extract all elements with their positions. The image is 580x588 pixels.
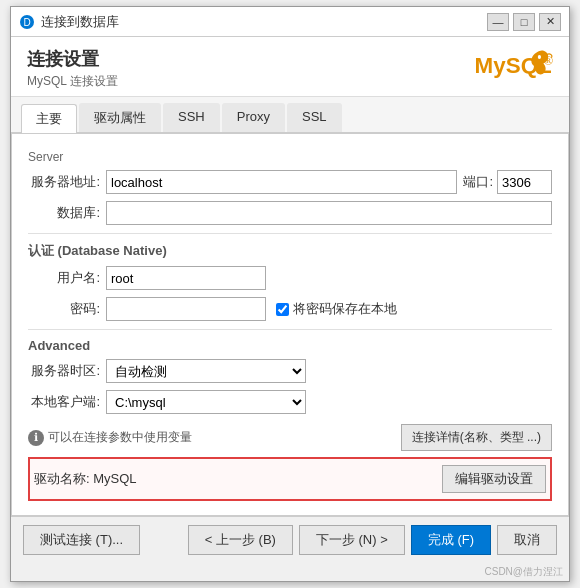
test-connection-button[interactable]: 测试连接 (T)... — [23, 525, 140, 555]
tab-proxy[interactable]: Proxy — [222, 103, 285, 132]
driver-name: MySQL — [93, 471, 136, 486]
port-input[interactable] — [497, 170, 552, 194]
username-row: 用户名: — [28, 266, 552, 290]
remember-password-checkbox[interactable] — [276, 303, 289, 316]
watermark: CSDN@借力涅江 — [11, 563, 569, 581]
password-row: 密码: 将密码保存在本地 — [28, 297, 552, 321]
host-label: 服务器地址: — [28, 173, 100, 191]
finish-button[interactable]: 完成 (F) — [411, 525, 491, 555]
remember-password-label: 将密码保存在本地 — [293, 300, 397, 318]
window-title: 连接到数据库 — [41, 13, 119, 31]
driver-text: 驱动名称: MySQL — [34, 470, 137, 488]
client-row: 本地客户端: C:\mysql C:\Program Files\MySQL — [28, 390, 552, 414]
prev-button[interactable]: < 上一步 (B) — [188, 525, 293, 555]
timezone-label: 服务器时区: — [28, 362, 100, 380]
db-label: 数据库: — [28, 204, 100, 222]
username-label: 用户名: — [28, 269, 100, 287]
auth-section-label: 认证 (Database Native) — [28, 242, 552, 260]
client-label: 本地客户端: — [28, 393, 100, 411]
db-row: 数据库: — [28, 201, 552, 225]
info-icon: ℹ — [28, 430, 44, 446]
main-window: D 连接到数据库 — □ ✕ 连接设置 MySQL 连接设置 MySQL ® — [10, 6, 570, 582]
timezone-select[interactable]: 自动检测 UTC Asia/Shanghai — [106, 359, 306, 383]
divider-1 — [28, 233, 552, 234]
driver-label: 驱动名称: — [34, 471, 90, 486]
info-row: ℹ 可以在连接参数中使用变量 连接详情(名称、类型 ...) — [28, 424, 552, 451]
username-input[interactable] — [106, 266, 266, 290]
port-label: 端口: — [463, 173, 493, 191]
db-input[interactable] — [106, 201, 552, 225]
mysql-logo: MySQL ® — [473, 47, 553, 87]
advanced-section-label: Advanced — [28, 338, 552, 353]
svg-text:D: D — [23, 17, 30, 28]
title-bar-left: D 连接到数据库 — [19, 13, 119, 31]
tab-main[interactable]: 主要 — [21, 104, 77, 133]
bottom-bar: 测试连接 (T)... < 上一步 (B) 下一步 (N) > 完成 (F) 取… — [11, 516, 569, 563]
minimize-button[interactable]: — — [487, 13, 509, 31]
edit-driver-button[interactable]: 编辑驱动设置 — [442, 465, 546, 493]
next-button[interactable]: 下一步 (N) > — [299, 525, 405, 555]
info-text: 可以在连接参数中使用变量 — [48, 429, 192, 446]
title-bar-controls: — □ ✕ — [487, 13, 561, 31]
header-title-block: 连接设置 MySQL 连接设置 — [27, 47, 118, 90]
cancel-button[interactable]: 取消 — [497, 525, 557, 555]
remember-password-row: 将密码保存在本地 — [276, 300, 397, 318]
password-input[interactable] — [106, 297, 266, 321]
header-main-title: 连接设置 — [27, 47, 118, 71]
bottom-right: < 上一步 (B) 下一步 (N) > 完成 (F) 取消 — [188, 525, 557, 555]
host-input[interactable] — [106, 170, 457, 194]
client-select[interactable]: C:\mysql C:\Program Files\MySQL — [106, 390, 306, 414]
host-row: 服务器地址: 端口: — [28, 170, 552, 194]
svg-point-4 — [538, 55, 541, 59]
port-group: 端口: — [463, 170, 552, 194]
tabs-bar: 主要 驱动属性 SSH Proxy SSL — [11, 97, 569, 133]
connection-detail-button[interactable]: 连接详情(名称、类型 ...) — [401, 424, 552, 451]
app-icon: D — [19, 14, 35, 30]
info-left: ℹ 可以在连接参数中使用变量 — [28, 429, 192, 446]
server-section-label: Server — [28, 150, 552, 164]
tab-driver-props[interactable]: 驱动属性 — [79, 103, 161, 132]
close-button[interactable]: ✕ — [539, 13, 561, 31]
content-header: 连接设置 MySQL 连接设置 MySQL ® — [11, 37, 569, 97]
mysql-logo-svg: MySQL ® — [473, 47, 553, 87]
bottom-left: 测试连接 (T)... — [23, 525, 140, 555]
tab-ssl[interactable]: SSL — [287, 103, 342, 132]
title-bar: D 连接到数据库 — □ ✕ — [11, 7, 569, 37]
password-label: 密码: — [28, 300, 100, 318]
header-sub-title: MySQL 连接设置 — [27, 73, 118, 90]
maximize-button[interactable]: □ — [513, 13, 535, 31]
tab-ssh[interactable]: SSH — [163, 103, 220, 132]
driver-row: 驱动名称: MySQL 编辑驱动设置 — [28, 457, 552, 501]
divider-2 — [28, 329, 552, 330]
timezone-row: 服务器时区: 自动检测 UTC Asia/Shanghai — [28, 359, 552, 383]
main-content: Server 服务器地址: 端口: 数据库: 认证 (Database Nati… — [11, 133, 569, 516]
